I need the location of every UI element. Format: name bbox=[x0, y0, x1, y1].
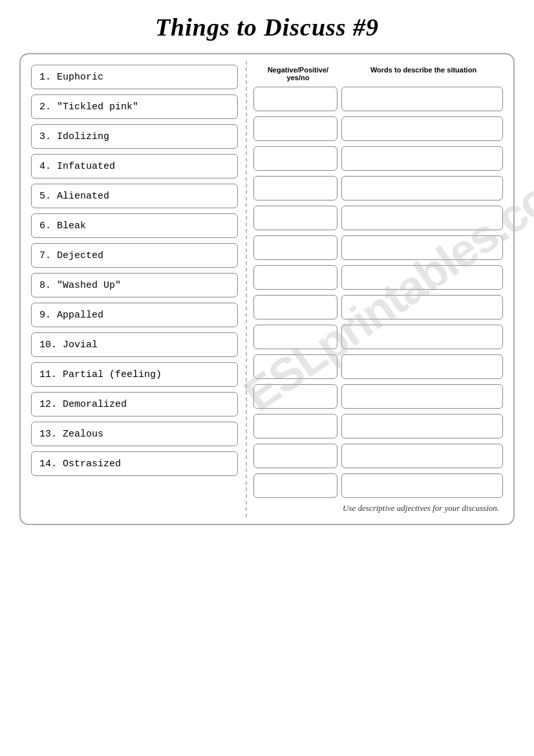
cell-words-8[interactable] bbox=[341, 295, 503, 319]
word-item-9: 9. Appalled bbox=[31, 303, 238, 327]
word-item-8: 8. "Washed Up" bbox=[31, 273, 238, 297]
cell-words-13[interactable] bbox=[341, 444, 503, 468]
left-column: 1. Euphoric2. "Tickled pink"3. Idolizing… bbox=[27, 61, 247, 517]
cell-words-3[interactable] bbox=[341, 146, 503, 171]
cell-words-6[interactable] bbox=[341, 235, 503, 260]
cell-words-5[interactable] bbox=[341, 206, 503, 230]
word-item-1: 1. Euphoric bbox=[31, 65, 238, 89]
cell-words-12[interactable] bbox=[341, 414, 503, 438]
word-item-13: 13. Zealous bbox=[31, 422, 238, 446]
row-pair-8 bbox=[253, 295, 503, 319]
cell-neg-14[interactable] bbox=[253, 473, 337, 498]
page-title: Things to Discuss #9 bbox=[19, 13, 515, 41]
right-header: Negative/Positive/ yes/no Words to descr… bbox=[253, 65, 503, 83]
cell-words-1[interactable] bbox=[341, 87, 503, 111]
cell-neg-2[interactable] bbox=[253, 116, 337, 141]
cell-neg-3[interactable] bbox=[253, 146, 337, 171]
word-item-6: 6. Bleak bbox=[31, 213, 238, 238]
footer-note: Use descriptive adjectives for your disc… bbox=[253, 503, 503, 513]
row-pair-14 bbox=[253, 473, 503, 498]
row-pair-5 bbox=[253, 206, 503, 230]
row-pair-4 bbox=[253, 176, 503, 200]
cell-neg-10[interactable] bbox=[253, 354, 337, 379]
cell-neg-13[interactable] bbox=[253, 444, 337, 468]
cell-words-10[interactable] bbox=[341, 354, 503, 379]
word-item-2: 2. "Tickled pink" bbox=[31, 94, 238, 119]
row-pair-11 bbox=[253, 384, 503, 409]
cell-neg-7[interactable] bbox=[253, 265, 337, 290]
row-pair-2 bbox=[253, 116, 503, 141]
row-pair-12 bbox=[253, 414, 503, 438]
cell-neg-1[interactable] bbox=[253, 87, 337, 111]
word-item-11: 11. Partial (feeling) bbox=[31, 362, 238, 387]
header-words: Words to describe the situation bbox=[344, 65, 503, 83]
cell-words-4[interactable] bbox=[341, 176, 503, 200]
row-pair-3 bbox=[253, 146, 503, 171]
cell-neg-4[interactable] bbox=[253, 176, 337, 200]
row-pair-7 bbox=[253, 265, 503, 290]
row-pair-1 bbox=[253, 87, 503, 111]
word-item-10: 10. Jovial bbox=[31, 332, 238, 357]
row-pair-6 bbox=[253, 235, 503, 260]
word-item-14: 14. Ostrasized bbox=[31, 451, 238, 476]
cell-neg-11[interactable] bbox=[253, 384, 337, 409]
cell-neg-9[interactable] bbox=[253, 325, 337, 349]
cell-neg-12[interactable] bbox=[253, 414, 337, 438]
right-column: Negative/Positive/ yes/no Words to descr… bbox=[247, 61, 507, 517]
cell-neg-8[interactable] bbox=[253, 295, 337, 319]
word-item-7: 7. Dejected bbox=[31, 243, 238, 268]
row-pair-13 bbox=[253, 444, 503, 468]
cell-words-9[interactable] bbox=[341, 325, 503, 349]
cell-words-11[interactable] bbox=[341, 384, 503, 409]
cell-neg-5[interactable] bbox=[253, 206, 337, 230]
word-item-12: 12. Demoralized bbox=[31, 392, 238, 416]
main-container: 1. Euphoric2. "Tickled pink"3. Idolizing… bbox=[19, 53, 515, 525]
word-item-3: 3. Idolizing bbox=[31, 124, 238, 149]
word-item-5: 5. Alienated bbox=[31, 184, 238, 208]
cell-words-2[interactable] bbox=[341, 116, 503, 141]
cell-neg-6[interactable] bbox=[253, 235, 337, 260]
cell-words-7[interactable] bbox=[341, 265, 503, 290]
row-pair-10 bbox=[253, 354, 503, 379]
cell-words-14[interactable] bbox=[341, 473, 503, 498]
word-item-4: 4. Infatuated bbox=[31, 154, 238, 178]
header-neg-pos: Negative/Positive/ yes/no bbox=[256, 65, 340, 83]
row-pair-9 bbox=[253, 325, 503, 349]
rows-area bbox=[253, 87, 503, 498]
